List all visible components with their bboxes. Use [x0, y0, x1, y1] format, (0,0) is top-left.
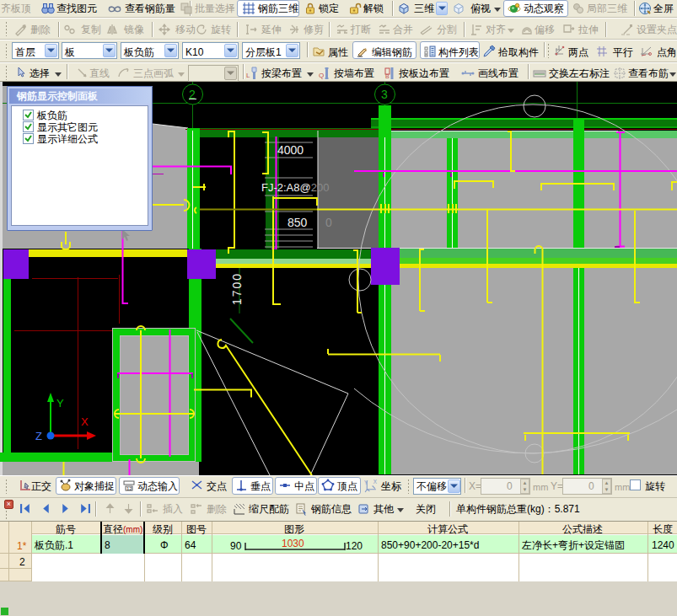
svg-text:X: X: [373, 479, 378, 485]
svg-text:0: 0: [325, 216, 332, 229]
svg-text:B: B: [385, 73, 390, 79]
svg-text:Q: Q: [319, 72, 324, 79]
svg-text:FJ-2:A8@200: FJ-2:A8@200: [261, 181, 329, 194]
svg-text:X: X: [81, 415, 89, 428]
svg-text:L: L: [246, 72, 250, 79]
svg-text:Y: Y: [364, 479, 368, 485]
svg-text:12: 12: [126, 486, 132, 491]
svg-text:4000: 4000: [277, 143, 304, 157]
svg-text:850: 850: [287, 216, 308, 229]
svg-text:1700: 1700: [230, 272, 244, 305]
svg-text:Z: Z: [35, 430, 42, 442]
svg-text:3: 3: [381, 88, 388, 101]
svg-text:Y: Y: [56, 397, 64, 410]
